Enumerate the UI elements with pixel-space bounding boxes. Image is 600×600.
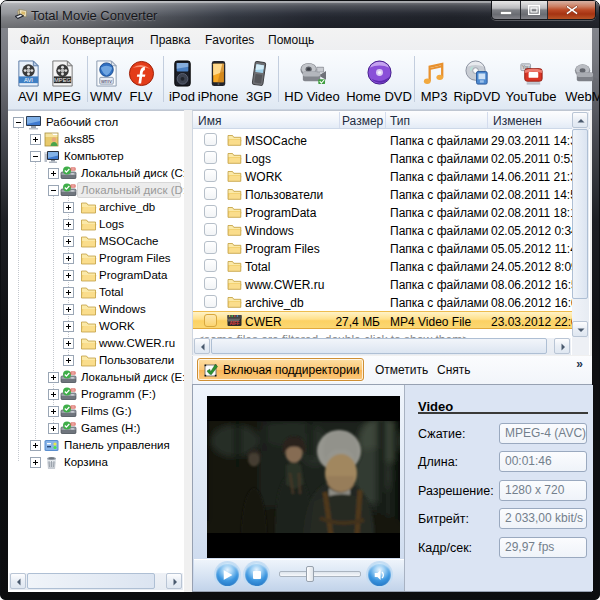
svg-text:AIFF: AIFF [230, 321, 240, 326]
